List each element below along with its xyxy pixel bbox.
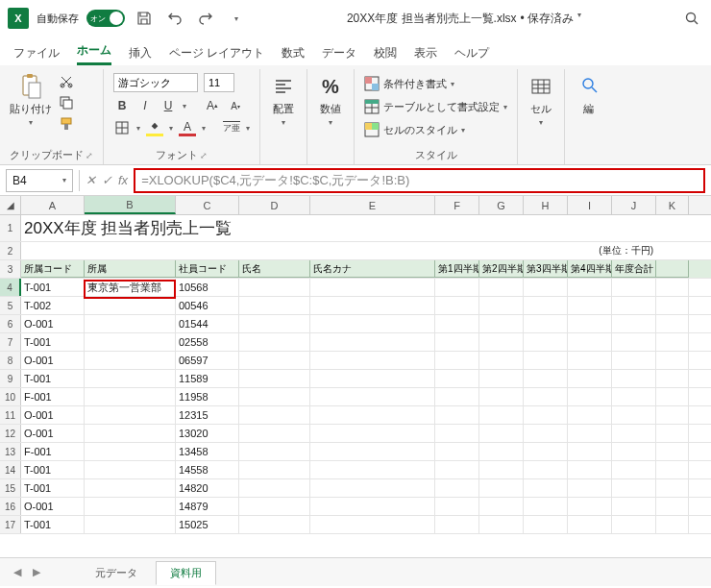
cell[interactable] <box>239 425 310 442</box>
cell[interactable] <box>310 461 435 478</box>
cell[interactable] <box>239 443 310 460</box>
cell[interactable] <box>656 279 689 296</box>
row-header[interactable]: 14 <box>0 461 21 478</box>
cell[interactable]: 所属コード <box>21 260 85 278</box>
cell[interactable] <box>435 425 479 442</box>
col-header[interactable]: K <box>656 196 689 214</box>
fx-icon[interactable]: fx <box>118 173 128 187</box>
save-icon[interactable] <box>133 7 156 30</box>
cell[interactable] <box>310 406 435 424</box>
conditional-format-button[interactable]: 条件付き書式 ▾ <box>364 73 454 94</box>
col-header[interactable]: I <box>568 196 612 214</box>
col-header[interactable]: H <box>524 196 568 214</box>
cell[interactable] <box>479 498 524 515</box>
cell[interactable] <box>656 443 689 460</box>
cell[interactable] <box>310 479 435 497</box>
row-header[interactable]: 5 <box>0 297 21 314</box>
cell[interactable] <box>612 443 656 460</box>
cell[interactable] <box>310 352 435 369</box>
cell[interactable]: 11958 <box>176 388 239 405</box>
cell[interactable]: 東京第一営業部 <box>85 279 176 296</box>
cell[interactable]: 13458 <box>176 443 239 460</box>
tab-insert[interactable]: 挿入 <box>129 45 152 65</box>
cell[interactable] <box>310 443 435 460</box>
sheet-nav-next-icon[interactable]: ▶ <box>29 566 44 578</box>
cell[interactable] <box>568 516 612 533</box>
row-header[interactable]: 13 <box>0 443 21 460</box>
col-header[interactable]: J <box>612 196 656 214</box>
cell[interactable]: F-001 <box>21 443 85 460</box>
cell[interactable] <box>656 479 689 497</box>
cell[interactable] <box>656 315 689 332</box>
cell[interactable] <box>656 297 689 314</box>
redo-icon[interactable] <box>194 7 217 30</box>
cell[interactable] <box>435 352 479 369</box>
cell[interactable] <box>239 461 310 478</box>
cell[interactable]: O-001 <box>21 498 85 515</box>
cell[interactable] <box>479 370 524 387</box>
cell[interactable] <box>612 425 656 442</box>
cell[interactable]: O-001 <box>21 406 85 424</box>
cell[interactable]: T-001 <box>21 461 85 478</box>
cell[interactable] <box>310 333 435 351</box>
qat-dropdown-icon[interactable]: ▾ <box>225 7 248 30</box>
row-header[interactable]: 15 <box>0 479 21 497</box>
cell[interactable]: T-001 <box>21 479 85 497</box>
cell[interactable] <box>435 498 479 515</box>
cell[interactable] <box>239 333 310 351</box>
cell[interactable] <box>239 279 310 296</box>
col-header[interactable]: E <box>310 196 435 214</box>
cell[interactable] <box>310 425 435 442</box>
cell[interactable] <box>435 461 479 478</box>
cell-styles-button[interactable]: セルのスタイル ▾ <box>364 119 465 140</box>
cell[interactable] <box>85 333 176 351</box>
undo-icon[interactable] <box>163 7 186 30</box>
cell[interactable]: 14558 <box>176 461 239 478</box>
cell[interactable]: 14879 <box>176 498 239 515</box>
cell[interactable]: 社員コード <box>176 260 239 278</box>
cell[interactable] <box>568 370 612 387</box>
alignment-button[interactable]: 配置 ▾ <box>270 73 297 127</box>
col-header[interactable]: A <box>21 196 85 214</box>
cell[interactable] <box>85 479 176 497</box>
cell[interactable]: O-001 <box>21 315 85 332</box>
accept-formula-icon[interactable]: ✓ <box>102 173 112 187</box>
cell[interactable]: O-001 <box>21 425 85 442</box>
cell[interactable]: 第1四半期 <box>435 260 479 278</box>
underline-button[interactable]: U <box>159 97 177 114</box>
cell[interactable] <box>310 498 435 515</box>
sheet-tab[interactable]: 元データ <box>81 561 152 585</box>
cell[interactable]: 氏名 <box>239 260 310 278</box>
name-box[interactable]: B4 ▾ <box>6 169 73 192</box>
cell[interactable]: 02558 <box>176 333 239 351</box>
cell[interactable] <box>612 479 656 497</box>
cell[interactable] <box>568 388 612 405</box>
cell[interactable] <box>568 279 612 296</box>
cell[interactable] <box>656 352 689 369</box>
cell[interactable]: 15025 <box>176 516 239 533</box>
cell[interactable]: T-001 <box>21 516 85 533</box>
cell[interactable] <box>568 352 612 369</box>
row-header[interactable]: 8 <box>0 352 21 369</box>
dialog-launcher-icon[interactable]: ⤢ <box>86 151 93 160</box>
cell[interactable] <box>239 516 310 533</box>
cell[interactable] <box>656 370 689 387</box>
cell[interactable] <box>568 425 612 442</box>
cell[interactable]: 所属 <box>85 260 176 278</box>
cell[interactable] <box>435 479 479 497</box>
tab-home[interactable]: ホーム <box>77 42 111 65</box>
cell[interactable] <box>85 443 176 460</box>
cell[interactable] <box>85 425 176 442</box>
tab-view[interactable]: 表示 <box>414 45 437 65</box>
cell[interactable] <box>435 443 479 460</box>
cells-button[interactable]: セル ▾ <box>527 73 554 127</box>
cell[interactable] <box>656 260 689 278</box>
cell[interactable]: 10568 <box>176 279 239 296</box>
font-color-icon[interactable]: A <box>179 119 196 136</box>
cell[interactable]: 第2四半期 <box>479 260 524 278</box>
cell[interactable] <box>479 406 524 424</box>
cell[interactable] <box>85 352 176 369</box>
cell[interactable]: 01544 <box>176 315 239 332</box>
cell[interactable] <box>310 297 435 314</box>
cell[interactable] <box>85 388 176 405</box>
